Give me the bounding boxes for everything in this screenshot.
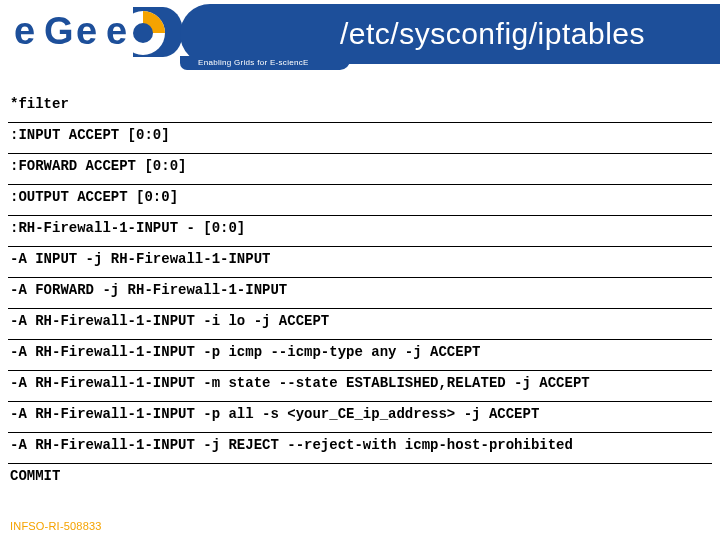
code-line: *filter — [8, 92, 712, 123]
title-bar: /etc/sysconfig/iptables — [180, 4, 720, 64]
code-line: -A RH-Firewall-1-INPUT -p all -s <your_C… — [8, 402, 712, 433]
code-line: :FORWARD ACCEPT [0:0] — [8, 154, 712, 185]
code-line: -A RH-Firewall-1-INPUT -p icmp --icmp-ty… — [8, 340, 712, 371]
code-line: COMMIT — [8, 464, 712, 494]
svg-point-3 — [133, 23, 153, 43]
svg-text:e: e — [76, 10, 97, 52]
code-line: :INPUT ACCEPT [0:0] — [8, 123, 712, 154]
code-line: -A RH-Firewall-1-INPUT -j REJECT --rejec… — [8, 433, 712, 464]
svg-text:e: e — [14, 10, 35, 52]
footer-ref: INFSO-RI-508833 — [10, 520, 102, 532]
slide: e G e e /etc/sysconfig/iptables Enabling… — [0, 0, 720, 540]
svg-text:e: e — [106, 10, 127, 52]
egee-logo: e G e e — [8, 4, 188, 62]
code-line: -A RH-Firewall-1-INPUT -i lo -j ACCEPT — [8, 309, 712, 340]
svg-text:G: G — [44, 10, 74, 52]
slide-title: /etc/sysconfig/iptables — [340, 17, 645, 51]
subtitle-text: Enabling Grids for E-sciencE — [198, 58, 309, 67]
code-line: -A FORWARD -j RH-Firewall-1-INPUT — [8, 278, 712, 309]
code-block: *filter :INPUT ACCEPT [0:0] :FORWARD ACC… — [8, 92, 712, 510]
code-line: :OUTPUT ACCEPT [0:0] — [8, 185, 712, 216]
code-line: -A RH-Firewall-1-INPUT -m state --state … — [8, 371, 712, 402]
subtitle-bar: Enabling Grids for E-sciencE — [180, 56, 350, 70]
code-line: :RH-Firewall-1-INPUT - [0:0] — [8, 216, 712, 247]
code-line: -A INPUT -j RH-Firewall-1-INPUT — [8, 247, 712, 278]
